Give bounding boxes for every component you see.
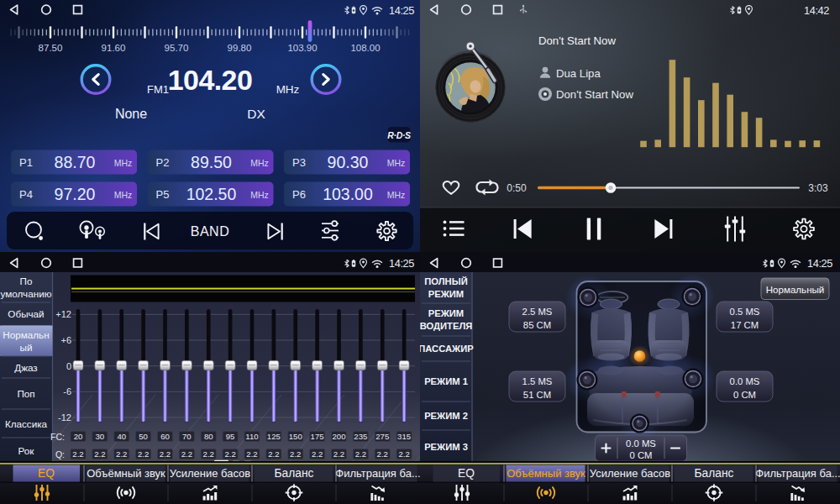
svg-text:14:25: 14:25 — [389, 4, 414, 17]
svg-text:20: 20 — [74, 432, 83, 441]
svg-text:Нормальный: Нормальный — [766, 284, 825, 295]
svg-text:Фильтрация ба...: Фильтрация ба... — [335, 467, 420, 480]
svg-text:2.2: 2.2 — [94, 449, 105, 459]
svg-text:Q:: Q: — [55, 449, 65, 459]
svg-text:2.2: 2.2 — [312, 449, 323, 459]
svg-text:2.2: 2.2 — [224, 449, 235, 459]
svg-text:РЕЖИМ: РЕЖИМ — [428, 308, 464, 318]
svg-text:3:03: 3:03 — [808, 182, 828, 194]
svg-text:95: 95 — [226, 432, 235, 441]
svg-text:Обычай: Обычай — [8, 308, 44, 319]
svg-text:MHz: MHz — [387, 190, 406, 200]
svg-text:ый: ый — [20, 342, 33, 353]
svg-text:MHz: MHz — [114, 190, 133, 200]
svg-text:P5: P5 — [156, 188, 170, 201]
svg-text:Фильтрация ба...: Фильтрация ба... — [755, 467, 840, 480]
svg-text:0: 0 — [66, 361, 71, 371]
svg-text:MHz: MHz — [387, 158, 406, 168]
svg-text:P3: P3 — [292, 156, 306, 169]
svg-text:85 CM: 85 CM — [523, 320, 551, 330]
svg-text:30: 30 — [96, 432, 105, 441]
svg-text:103.00: 103.00 — [323, 185, 373, 203]
svg-text:14:25: 14:25 — [389, 257, 414, 270]
svg-text:89.50: 89.50 — [191, 153, 232, 171]
svg-text:Усиление басов: Усиление басов — [170, 467, 251, 480]
svg-text:99.80: 99.80 — [228, 43, 252, 53]
svg-text:FM1: FM1 — [147, 83, 169, 96]
svg-text:2.2: 2.2 — [160, 449, 171, 459]
svg-text:200: 200 — [332, 432, 345, 441]
svg-text:ПАССАЖИР: ПАССАЖИР — [418, 344, 474, 354]
svg-text:Нормальн: Нормальн — [3, 329, 49, 340]
svg-text:Баланс: Баланс — [275, 467, 314, 480]
svg-text:Объёмный звук: Объёмный звук — [87, 467, 165, 480]
svg-text:17 CM: 17 CM — [731, 320, 759, 330]
svg-text:14:25: 14:25 — [807, 257, 832, 270]
svg-text:Рок: Рок — [18, 445, 35, 456]
svg-text:87.50: 87.50 — [39, 43, 63, 53]
svg-text:MHz: MHz — [250, 190, 269, 200]
svg-text:FC:: FC: — [50, 432, 65, 442]
svg-text:0.0 MS: 0.0 MS — [730, 376, 760, 386]
svg-text:70: 70 — [182, 432, 192, 441]
svg-text:ПОЛНЫЙ: ПОЛНЫЙ — [424, 276, 467, 286]
svg-text:DX: DX — [247, 107, 265, 121]
svg-text:2.2: 2.2 — [138, 449, 149, 459]
svg-text:EQ: EQ — [458, 467, 475, 480]
svg-text:2.2: 2.2 — [290, 449, 301, 459]
svg-text:Усиление басов: Усиление басов — [590, 467, 671, 480]
svg-text:РЕЖИМ 2: РЕЖИМ 2 — [424, 411, 468, 421]
svg-text:2.2: 2.2 — [398, 449, 409, 459]
svg-text:Don't Start Now: Don't Start Now — [556, 88, 633, 101]
svg-text:104.20: 104.20 — [168, 64, 252, 96]
svg-text:Dua Lipa: Dua Lipa — [556, 67, 601, 80]
svg-text:90.30: 90.30 — [328, 153, 369, 171]
svg-text:175: 175 — [311, 432, 324, 441]
svg-text:2.2: 2.2 — [72, 449, 83, 459]
svg-text:ВОДИТЕЛЯ: ВОДИТЕЛЯ — [420, 321, 473, 331]
svg-text:-12: -12 — [58, 412, 71, 423]
svg-text:РЕЖИМ 1: РЕЖИМ 1 — [424, 376, 468, 386]
svg-text:2.2: 2.2 — [377, 449, 388, 459]
svg-text:РЕЖИМ 3: РЕЖИМ 3 — [424, 442, 468, 452]
svg-text:P2: P2 — [156, 156, 170, 169]
svg-text:108.00: 108.00 — [350, 43, 380, 53]
svg-text:BAND: BAND — [191, 224, 229, 239]
svg-text:125: 125 — [267, 432, 281, 441]
svg-text:Объёмный звук: Объёмный звук — [507, 467, 585, 480]
svg-text:P6: P6 — [292, 188, 306, 201]
svg-text:2.5 MS: 2.5 MS — [522, 307, 553, 317]
svg-text:51 CM: 51 CM — [523, 390, 551, 400]
svg-text:235: 235 — [354, 432, 367, 441]
svg-text:R·D·S: R·D·S — [387, 130, 411, 140]
svg-text:По: По — [20, 276, 33, 286]
svg-text:1.5 MS: 1.5 MS — [522, 376, 553, 386]
svg-text:Джаз: Джаз — [14, 362, 37, 373]
svg-text:MHz: MHz — [276, 83, 300, 96]
svg-text:14:42: 14:42 — [804, 4, 829, 17]
svg-text:Поп: Поп — [17, 388, 34, 399]
svg-text:95.70: 95.70 — [165, 43, 189, 53]
svg-text:110: 110 — [245, 432, 258, 441]
svg-text:80: 80 — [204, 432, 213, 441]
svg-text:P4: P4 — [19, 188, 33, 201]
svg-text:97.20: 97.20 — [55, 185, 96, 203]
svg-text:-6: -6 — [63, 386, 71, 396]
svg-text:60: 60 — [160, 432, 170, 441]
svg-text:2.2: 2.2 — [181, 449, 192, 459]
svg-text:40: 40 — [117, 432, 126, 441]
svg-text:103.90: 103.90 — [287, 43, 317, 53]
svg-text:Баланс: Баланс — [695, 467, 734, 480]
svg-text:+12: +12 — [55, 309, 71, 319]
svg-text:0.5 MS: 0.5 MS — [730, 307, 760, 317]
svg-text:102.50: 102.50 — [186, 185, 237, 203]
svg-text:88.70: 88.70 — [55, 153, 96, 171]
svg-text:0 CM: 0 CM — [630, 450, 653, 460]
svg-text:2.2: 2.2 — [116, 449, 127, 459]
svg-text:0 CM: 0 CM — [733, 390, 756, 400]
svg-text:Классика: Классика — [5, 418, 48, 429]
svg-text:2.2: 2.2 — [246, 449, 257, 459]
svg-text:умолчанию: умолчанию — [1, 288, 52, 299]
svg-text:91.60: 91.60 — [102, 43, 126, 53]
svg-text:None: None — [115, 107, 147, 121]
